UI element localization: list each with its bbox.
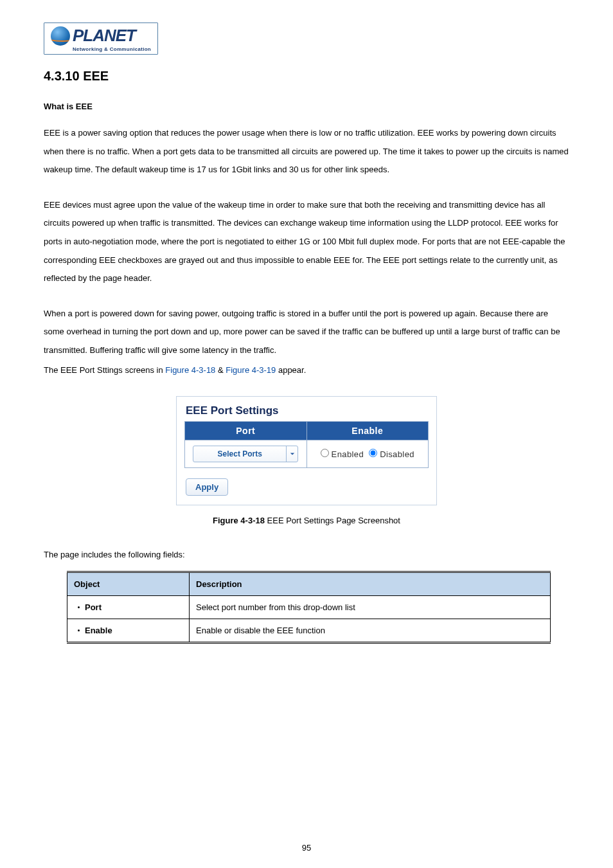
figure-link-19[interactable]: Figure 4-3-19 — [226, 365, 276, 375]
fields-table: Object Description Port Select port numb… — [67, 571, 551, 644]
desc-port: Select port number from this drop-down l… — [190, 596, 551, 619]
paragraph-1: EEE is a power saving option that reduce… — [44, 124, 569, 179]
fields-head-desc: Description — [190, 572, 551, 596]
logo: PLANET Networking & Communication — [44, 23, 569, 55]
p4-mid: & — [215, 365, 226, 375]
section-heading: 4.3.10 EEE — [44, 69, 569, 84]
fields-head-object: Object — [67, 572, 190, 596]
eee-port-settings-panel: EEE Port Settings Port Enable Select Por… — [176, 396, 437, 505]
radio-enabled[interactable]: Enabled — [321, 449, 367, 459]
radio-disabled-input[interactable] — [369, 449, 377, 457]
page-number: 95 — [0, 843, 613, 853]
paragraph-4: The EEE Port Sttings screens in Figure 4… — [44, 361, 569, 380]
radio-enabled-label: Enabled — [332, 449, 364, 459]
port-select-value: Select Ports — [193, 449, 286, 458]
figure-caption-label: Figure 4-3-18 — [213, 516, 265, 525]
col-header-port: Port — [185, 422, 307, 440]
logo-brand: PLANET — [73, 28, 136, 43]
port-select[interactable]: Select Ports — [193, 446, 298, 462]
radio-disabled-label: Disabled — [380, 449, 414, 459]
paragraph-2: EEE devices must agree upon the value of… — [44, 196, 569, 288]
obj-port: Port — [85, 602, 102, 612]
enable-radio-group: Enabled Disabled — [311, 449, 425, 459]
apply-button[interactable]: Apply — [186, 478, 228, 496]
logo-tagline: Networking & Communication — [73, 46, 151, 52]
globe-icon — [51, 26, 70, 46]
panel-title: EEE Port Settings — [186, 404, 429, 417]
figure-caption-text: EEE Port Settings Page Screenshot — [265, 516, 400, 525]
bullet-icon — [78, 606, 80, 608]
radio-disabled[interactable]: Disabled — [369, 449, 414, 459]
chevron-down-icon — [286, 446, 298, 462]
p4-suffix: appear. — [276, 365, 306, 375]
settings-table: Port Enable Select Ports — [184, 421, 429, 468]
table-row: Enable Enable or disable the EEE functio… — [67, 619, 551, 643]
logo-box: PLANET Networking & Communication — [44, 23, 158, 55]
paragraph-3: When a port is powered down for saving p… — [44, 305, 569, 360]
figure-caption: Figure 4-3-18 EEE Port Settings Page Scr… — [44, 516, 569, 525]
figure-link-18[interactable]: Figure 4-3-18 — [165, 365, 215, 375]
p4-prefix: The EEE Port Sttings screens in — [44, 365, 165, 375]
desc-enable: Enable or disable the EEE function — [190, 619, 551, 643]
fields-intro: The page includes the following fields: — [44, 550, 569, 559]
obj-enable: Enable — [85, 626, 112, 635]
col-header-enable: Enable — [306, 422, 429, 440]
table-row: Port Select port number from this drop-d… — [67, 596, 551, 619]
bullet-icon — [78, 629, 80, 631]
sub-heading: What is EEE — [44, 102, 569, 111]
radio-enabled-input[interactable] — [321, 449, 329, 457]
